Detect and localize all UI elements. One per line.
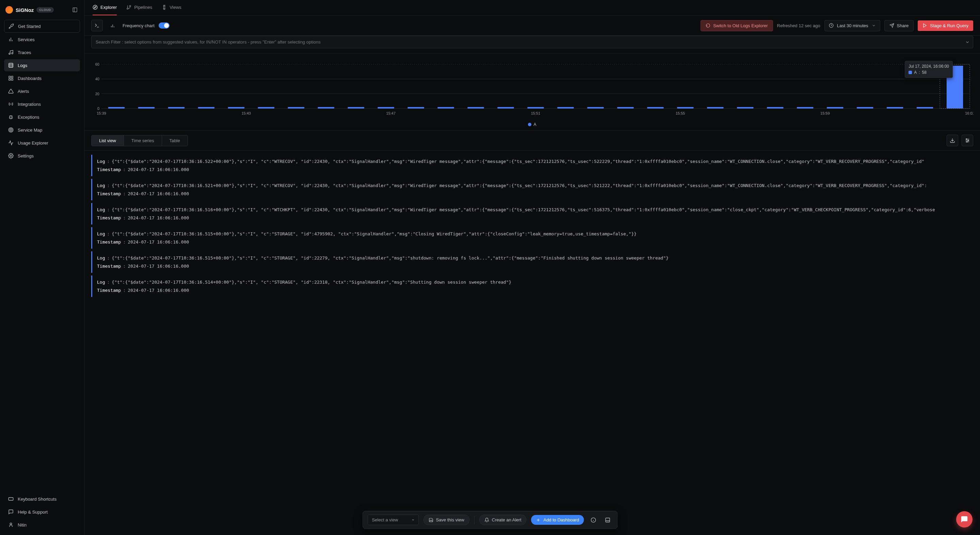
sidebar-collapse-button[interactable] [71,6,79,14]
log-entry[interactable]: Log : {"t":{"$date":"2024-07-17T10:36:16… [91,179,973,200]
svg-rect-47 [138,107,154,108]
svg-rect-70 [827,107,843,108]
download-icon [950,138,955,143]
svg-rect-56 [407,107,424,108]
select-view-dropdown[interactable]: Select a view [368,514,419,525]
clock-icon [829,23,834,28]
sidebar-item-service-map[interactable]: Service Map [4,124,80,136]
svg-rect-46 [108,107,124,108]
svg-rect-53 [318,107,334,108]
download-button[interactable] [947,135,958,146]
sidebar-footer: Keyboard Shortcuts Help & Support Nitin [4,489,80,531]
sidebar-item-keyboard-shortcuts[interactable]: Keyboard Shortcuts [4,493,80,505]
tab-views[interactable]: Views [162,0,181,15]
log-entry[interactable]: Log : {"t":{"$date":"2024-07-17T10:36:16… [91,203,973,224]
message-square-icon [8,509,14,514]
tab-label: Pipelines [134,5,152,10]
svg-rect-10 [9,76,11,78]
sidebar-item-settings[interactable]: Settings [4,150,80,162]
svg-text:0: 0 [97,106,99,111]
svg-point-6 [11,53,13,54]
svg-text:16:03: 16:03 [965,111,973,115]
sidebar-item-help-support[interactable]: Help & Support [4,506,80,518]
frequency-toggle[interactable] [159,22,170,29]
tab-explorer[interactable]: Explorer [92,0,117,15]
frequency-chart[interactable]: 020406015:3915:4315:4715:5115:5515:5916:… [91,59,973,120]
sidebar-item-usage-explorer[interactable]: Usage Explorer [4,137,80,149]
dashboard-icon [8,76,14,81]
frequency-label: Frequency chart [123,23,154,28]
svg-rect-13 [9,79,11,80]
sidebar-item-get-started[interactable]: Get Started [4,20,80,33]
user-icon [8,522,14,527]
sidebar-item-label: Dashboards [18,76,41,81]
sidebar-item-label: Get Started [18,24,40,29]
share-button[interactable]: Share [885,20,914,31]
log-body: {"t":{"$date":"2024-07-17T10:36:16.514+0… [111,279,511,286]
info-button[interactable] [589,515,598,525]
sidebar-item-traces[interactable]: Traces [4,46,80,59]
sidebar-item-integrations[interactable]: Integrations [4,98,80,110]
log-timestamp: 2024-07-17 16:06:16.000 [128,239,189,246]
svg-text:40: 40 [95,77,99,81]
sidebar-item-label: Logs [18,63,27,68]
activity-icon [8,140,14,146]
save-view-button[interactable]: Save this view [423,514,469,525]
svg-rect-60 [527,107,544,108]
sidebar-item-exceptions[interactable]: Exceptions [4,111,80,123]
panel-toggle-button[interactable] [603,515,612,525]
bell-icon [484,518,489,522]
help-chat-button[interactable] [956,511,972,527]
switch-old-explorer-button[interactable]: Switch to Old Logs Explorer [700,20,773,31]
svg-rect-66 [707,107,723,108]
logs-list[interactable]: Log : {"t":{"$date":"2024-07-17T10:36:16… [84,151,980,535]
svg-rect-65 [677,107,694,108]
log-entry[interactable]: Log : {"t":{"$date":"2024-07-17T10:36:16… [91,251,973,273]
format-options-button[interactable] [962,135,973,146]
sidebar-item-services[interactable]: Services [4,33,80,46]
view-option-table[interactable]: Table [162,135,188,146]
log-body: {"t":{"$date":"2024-07-17T10:36:16.522+0… [111,158,924,165]
panel-left-icon [72,7,78,13]
svg-point-88 [968,140,969,141]
svg-rect-52 [288,107,304,108]
brand-name: SiGNoz [16,7,34,13]
stage-run-button[interactable]: Stage & Run Query [918,21,973,31]
radar-icon [8,127,14,133]
sidebar-item-label: Services [18,37,35,42]
tower-icon [162,5,167,10]
sidebar-header: SiGNoz CLOUD [4,4,80,20]
sidebar-item-label: Help & Support [18,510,48,514]
svg-rect-50 [228,107,244,108]
svg-rect-0 [73,8,77,12]
log-timestamp: 2024-07-17 16:06:16.000 [128,287,189,294]
sidebar-item-dashboards[interactable]: Dashboards [4,72,80,84]
log-body: {"t":{"$date":"2024-07-17T10:36:16.521+0… [111,182,927,189]
time-range-picker[interactable]: Last 30 minutes [824,20,880,31]
svg-rect-49 [198,107,215,108]
add-dashboard-button[interactable]: Add to Dashboard [531,515,584,525]
view-option-list[interactable]: List view [92,135,124,146]
sidebar-item-alerts[interactable]: Alerts [4,85,80,97]
log-entry[interactable]: Log : {"t":{"$date":"2024-07-17T10:36:16… [91,155,973,176]
svg-rect-74 [947,66,963,108]
log-entry[interactable]: Log : {"t":{"$date":"2024-07-17T10:36:16… [91,227,973,249]
chevron-down-icon[interactable] [965,40,970,44]
svg-point-89 [966,141,967,143]
query-builder-button[interactable] [91,20,103,31]
log-body: {"t":{"$date":"2024-07-17T10:36:16.515+0… [111,230,636,237]
sidebar-item-logs[interactable]: Logs [4,59,80,71]
sidebar-item-user[interactable]: Nitin [4,519,80,531]
tab-pipelines[interactable]: Pipelines [126,0,152,15]
svg-point-21 [10,523,11,525]
send-icon [889,23,894,28]
view-option-timeseries[interactable]: Time series [124,135,162,146]
log-entry[interactable]: Log : {"t":{"$date":"2024-07-17T10:36:16… [91,276,973,297]
histogram-button[interactable] [107,20,118,31]
cloud-badge: CLOUD [37,7,54,13]
sidebar-item-label: Nitin [18,522,27,527]
sidebar-item-label: Settings [18,153,34,159]
search-filter-input[interactable] [91,36,973,48]
log-body: {"t":{"$date":"2024-07-17T10:36:16.515+0… [111,255,668,262]
create-alert-button[interactable]: Create an Alert [479,514,527,525]
